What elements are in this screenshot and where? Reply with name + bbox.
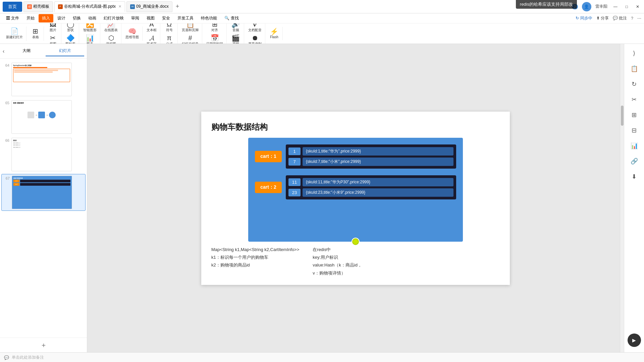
- smart-art-btn[interactable]: 🔀 智能图形: [82, 23, 98, 33]
- image-btn[interactable]: 🖼 图片: [48, 23, 58, 33]
- slide-item-65[interactable]: 65 登录-通道登录 → →: [1, 99, 86, 135]
- menu-slideshow[interactable]: 幻灯片放映: [100, 14, 127, 22]
- comment-btn[interactable]: 💬 批注: [613, 15, 627, 21]
- notes-left-line2: k1：标识每一个用户的购物车: [211, 253, 299, 261]
- home-tab[interactable]: 首页: [3, 2, 22, 12]
- cart1-key1: 1: [288, 147, 301, 155]
- sync-btn[interactable]: ↻ 同步中: [576, 15, 592, 21]
- notes-placeholder[interactable]: 单击此处添加备注: [12, 355, 44, 360]
- tab-daoke-label: 稻壳模板: [33, 4, 49, 9]
- notes-area: Map<String k1,Map<String k2,CartItemInfo…: [211, 246, 500, 277]
- menu-design[interactable]: 设计: [54, 14, 69, 22]
- slide-canvas[interactable]: 购物车数据结构 cart：1 1 {skuId:1,title:"华为",pri…: [201, 112, 510, 285]
- ribbon-group-text: A 文本框 𝓐 艺术字: [143, 23, 160, 44]
- top-notice: redis的哈希应该支持局部改: [516, 0, 577, 9]
- flash-btn[interactable]: ⚡ Flash: [269, 27, 280, 40]
- more-btn[interactable]: ⋯: [637, 16, 641, 21]
- shape-btn[interactable]: ◯ 形状: [65, 23, 75, 33]
- vertical-scrollbar[interactable]: [620, 44, 624, 352]
- chart-btn[interactable]: 📊 图表: [85, 34, 96, 44]
- cart2-label: cart：2: [255, 182, 282, 193]
- tab-pptx[interactable]: P 谷粒商城-分布式高级-图.pptx ✕: [54, 1, 125, 12]
- headerfooter-btn[interactable]: 📋 页眉和页脚: [180, 23, 200, 33]
- right-icon-link[interactable]: 🔗: [628, 155, 641, 168]
- arttext-btn[interactable]: 𝓐 艺术字: [145, 34, 158, 44]
- slide-item-66[interactable]: 66 SSO 192.168.1.1192.168.1.2192.168.1.3: [1, 136, 86, 173]
- right-icon-download[interactable]: ⬇: [628, 170, 641, 183]
- screenrec-btn[interactable]: ⏺ 屏幕录制: [247, 34, 263, 44]
- new-slide-btn[interactable]: 📄 新建幻灯片: [5, 27, 24, 40]
- menu-transition[interactable]: 切换: [69, 14, 84, 22]
- slide-item-64[interactable]: 64 SpringSession核心图解: [1, 61, 86, 98]
- tab-docx[interactable]: W 09_商城业务.docx: [126, 1, 172, 12]
- user-avatar[interactable]: 👤: [582, 2, 591, 11]
- mind-btn[interactable]: 🧠 思维导图: [124, 27, 140, 40]
- tab-docx-label: 09_商城业务.docx: [136, 4, 169, 9]
- add-slide-btn[interactable]: ＋: [40, 341, 47, 350]
- menu-animation[interactable]: 动画: [85, 14, 100, 22]
- help-btn[interactable]: ?: [631, 16, 633, 21]
- right-icon-paste[interactable]: 📋: [628, 62, 641, 75]
- share-btn[interactable]: ⬆ 分享: [596, 15, 609, 21]
- diagram-container: cart：1 1 {skuId:1,title:"华为",price:2999}…: [248, 138, 463, 242]
- play-button[interactable]: ▶: [628, 334, 641, 347]
- menu-view[interactable]: 视图: [143, 14, 158, 22]
- tab-slides[interactable]: 幻灯片: [46, 46, 84, 56]
- menu-insert[interactable]: 插入: [39, 14, 53, 22]
- scroll-thumb[interactable]: [621, 106, 624, 126]
- sidebar-tabs: 大纲 幻灯片: [7, 46, 84, 56]
- slidenum-btn[interactable]: # 幻灯片编号: [180, 34, 200, 44]
- ribbon: ☰ 文件 开始 插入 设计 切换 动画 幻灯片放映 审阅 视图 安全 开发工具 …: [0, 13, 644, 44]
- right-icon-crop[interactable]: ✂: [628, 93, 641, 106]
- flow-btn[interactable]: ⬡ 流程图: [105, 34, 117, 44]
- right-icon-expand[interactable]: ⟩: [628, 47, 641, 60]
- ribbon-group-flash: ⚡ Flash: [266, 27, 283, 40]
- chart-icon-btn[interactable]: 🔷 图标库: [64, 34, 77, 44]
- symbol-btn[interactable]: Ω 符号: [165, 23, 174, 33]
- cart1-hash-row2: 7 {skuId:7,title:"小米",price:2999}: [288, 158, 453, 166]
- right-panel: ⟩ 📋 ↻ ✂ ⊞ ⊟ 📊 🔗 ⬇ ▶: [624, 44, 644, 352]
- close-btn[interactable]: ✕: [634, 4, 641, 9]
- ribbon-group-symbol: Ω 符号 π 公式: [161, 23, 178, 44]
- online-chart-btn[interactable]: 📈 在线图表: [103, 23, 119, 33]
- formula-btn[interactable]: π 公式: [165, 34, 174, 44]
- ribbon-group-smart: 🔀 智能图形 📊 图表: [80, 23, 100, 44]
- notes-right-line2: key:用户标识: [313, 253, 362, 261]
- right-icon-table[interactable]: ⊞: [628, 108, 641, 122]
- ribbon-group-online: 📈 在线图表 ⬡ 流程图: [101, 23, 121, 44]
- table-btn[interactable]: ⊞ 表格: [31, 27, 40, 40]
- menu-search[interactable]: 🔍 查找: [221, 14, 242, 22]
- menu-devtools[interactable]: 开发工具: [174, 14, 197, 22]
- cart1-val1: {skuId:1,title:"华为",price:2999}: [303, 147, 453, 156]
- audio-btn[interactable]: 🔊 音频: [230, 23, 241, 33]
- doclink-btn[interactable]: 🎙 文档配音: [247, 23, 263, 33]
- slides-list: 64 SpringSession核心图解 65: [0, 59, 87, 338]
- menu-security[interactable]: 安全: [159, 14, 173, 22]
- add-tab-button[interactable]: +: [174, 3, 181, 10]
- menu-file[interactable]: ☰ 文件: [3, 14, 22, 22]
- slide-thumb-64: SpringSession核心图解: [11, 63, 72, 96]
- screenshot-btn[interactable]: ✂ 截图: [48, 34, 58, 44]
- topbar: 首页 稻 稻壳模板 P 谷粒商城-分布式高级-图.pptx ✕ W 09_商城业…: [0, 0, 644, 13]
- menu-features[interactable]: 特色功能: [198, 14, 220, 22]
- maximize-btn[interactable]: □: [624, 4, 630, 9]
- tab-outline[interactable]: 大纲: [7, 46, 46, 56]
- sidebar-collapse-btn[interactable]: ‹: [3, 48, 4, 54]
- slide-item-67[interactable]: 67 购物车数据结构 cart:1 cart:2: [1, 174, 86, 211]
- video-btn[interactable]: 🎬 视频: [230, 34, 241, 44]
- textbox-btn[interactable]: A 文本框: [145, 23, 158, 33]
- cart1-label: cart：1: [255, 151, 282, 162]
- right-icon-grid[interactable]: ⊟: [628, 124, 641, 137]
- cart1-hash: 1 {skuId:1,title:"华为",price:2999} 7 {sku…: [286, 144, 456, 169]
- slide-title: 购物车数据结构: [211, 122, 500, 132]
- menu-start[interactable]: 开始: [23, 14, 38, 22]
- tab-pptx-close[interactable]: ✕: [118, 4, 121, 9]
- tab-daoke[interactable]: 稻 稻壳模板: [23, 1, 53, 12]
- right-icon-rotate[interactable]: ↻: [628, 77, 641, 91]
- ribbon-toolbar: 📄 新建幻灯片 ⊞ 表格 🖼 图片 ✂ 截图 ◯: [0, 23, 644, 44]
- right-icon-chart[interactable]: 📊: [628, 139, 641, 153]
- datetime-btn[interactable]: 📅 日期和时间: [205, 34, 224, 44]
- menu-review[interactable]: 审阅: [128, 14, 143, 22]
- minimize-btn[interactable]: —: [611, 4, 620, 9]
- align-btn[interactable]: ⊞ 对齐: [210, 23, 219, 33]
